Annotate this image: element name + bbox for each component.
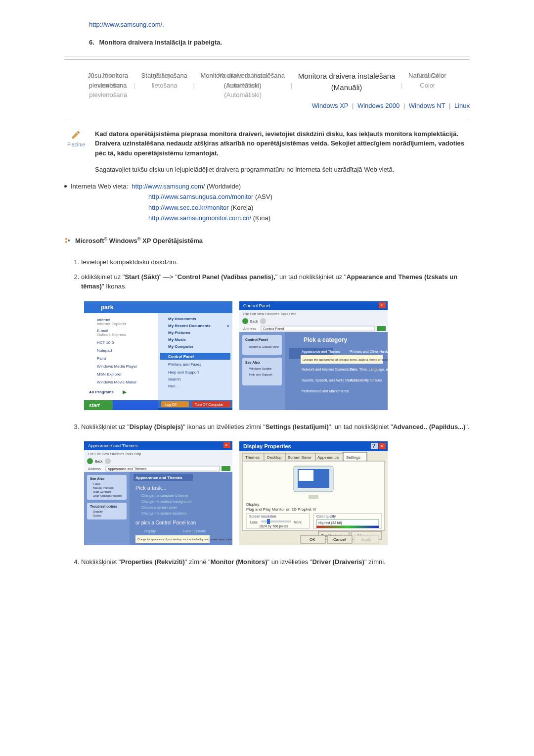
svg-text:More: More xyxy=(294,520,302,524)
svg-text:Windows Update: Windows Update xyxy=(249,367,272,370)
svg-text:Display Properties: Display Properties xyxy=(243,443,291,449)
region-china: (Ķīna) xyxy=(253,214,270,222)
link-windows-2000[interactable]: Windows 2000 xyxy=(357,102,400,109)
svg-text:or pick a Control Panel icon: or pick a Control Panel icon xyxy=(135,520,196,525)
step-text-bold: Properties (Rekvizīti) xyxy=(121,558,184,566)
screenshot-display-properties: Display Properties ? × Themes Desktop Sc… xyxy=(239,441,388,545)
svg-text:Color quality: Color quality xyxy=(316,515,336,519)
svg-text:Choose a screen saver: Choose a screen saver xyxy=(141,506,178,509)
tab-item-stand[interactable]: Statņa lietošana Statņa lietošana Statņa… xyxy=(141,71,187,81)
svg-text:Printers and Faxes: Printers and Faxes xyxy=(168,362,201,367)
step-text-bold: Monitor (Monitors) xyxy=(211,558,267,566)
svg-text:start: start xyxy=(89,403,100,408)
svg-text:Back: Back xyxy=(95,460,103,463)
dot: . xyxy=(162,21,164,28)
tab-sep: | xyxy=(189,82,198,89)
tab-item-connect[interactable]: Jūsu monitorapievienošana Jūsu monitorap… xyxy=(88,71,128,90)
sep: | xyxy=(350,102,356,109)
svg-text:User Account Pictures: User Account Pictures xyxy=(93,494,122,497)
svg-rect-140 xyxy=(261,520,291,522)
svg-text:Settings: Settings xyxy=(346,455,360,460)
tab-label-sub: (Manuāli) xyxy=(331,83,362,92)
screenshot-start-menu: park Internet Internet Explorer E-mail O… xyxy=(84,301,232,410)
web-label: Interneta Web vieta: xyxy=(71,183,128,190)
tab-item-driver-manual[interactable]: Monitora draivera instalēšana (Manuāli) xyxy=(298,71,396,93)
svg-text:Switch to Classic View: Switch to Classic View xyxy=(249,345,279,348)
link-samsung-worldwide[interactable]: http://www.samsung.com/ xyxy=(132,183,205,190)
region-usa: (ASV) xyxy=(255,193,272,200)
svg-text:Mouse Pointers: Mouse Pointers xyxy=(93,486,114,489)
tab-item-driver-auto[interactable]: Monitora draivera instalēšana(Automātisk… xyxy=(200,71,285,90)
svg-text:Network and Internet Connectio: Network and Internet Connections xyxy=(302,368,354,371)
svg-text:OK: OK xyxy=(310,537,315,542)
link-samsung-usa[interactable]: http://www.samsungusa.com/monitor xyxy=(148,193,253,200)
svg-text:Back: Back xyxy=(250,320,258,323)
sep: | xyxy=(401,102,407,109)
svg-text:Fonts: Fonts xyxy=(93,482,100,485)
step-4: Noklikšķiniet "Properties (Rekvizīti)" z… xyxy=(81,557,470,567)
region-korea: (Koreja) xyxy=(230,204,253,211)
svg-text:×: × xyxy=(380,303,383,308)
step-text-bold: Start (Sākt) xyxy=(125,273,159,281)
svg-text:Screen resolution: Screen resolution xyxy=(249,515,276,518)
svg-text:Themes: Themes xyxy=(245,455,260,460)
svg-text:Display: Display xyxy=(144,529,156,533)
svg-text:MSN Explorer: MSN Explorer xyxy=(97,372,122,377)
svg-text:Pick a category: Pick a category xyxy=(304,336,347,343)
svg-point-2 xyxy=(65,241,67,243)
svg-rect-133 xyxy=(299,470,313,481)
svg-point-47 xyxy=(242,318,248,324)
step-3: Noklikšķiniet uz "Display (Displejs)" ik… xyxy=(81,422,470,432)
step-text-bold: Settings (Iestatījumi) xyxy=(266,423,329,430)
svg-text:Log Off: Log Off xyxy=(165,403,177,407)
screenshot-appearance-themes: Appearance and Themes × File Edit View F… xyxy=(84,441,232,545)
step-text-bold: Driver (Draiveris) xyxy=(312,558,364,566)
svg-text:High Contrast: High Contrast xyxy=(93,490,111,493)
sep: | xyxy=(447,102,452,109)
note-label: Piezīme xyxy=(64,141,88,148)
svg-text:Appearance and Themes: Appearance and Themes xyxy=(108,467,147,471)
tab-sep: | xyxy=(130,82,139,89)
svg-text:My Documents: My Documents xyxy=(168,317,196,321)
svg-text:Windows Media Player: Windows Media Player xyxy=(97,364,137,369)
svg-text:Appearance: Appearance xyxy=(317,455,339,460)
svg-text:Display:: Display: xyxy=(246,502,260,507)
samsung-url-link[interactable]: http://www.samsung.com/ xyxy=(89,21,162,28)
figure-row-1: park Internet Internet Explorer E-mail O… xyxy=(84,301,470,410)
svg-point-82 xyxy=(87,458,93,464)
step-text: " ikonas un izvēlieties zīmni " xyxy=(183,423,266,430)
svg-text:Appearance and Themes: Appearance and Themes xyxy=(88,443,138,448)
link-samsung-kr[interactable]: http://www.sec.co.kr/monitor xyxy=(148,204,229,211)
tab-item-natural-color[interactable]: Natural Color Natural Color Natural Colo… xyxy=(408,71,446,81)
steps-list: Ievietojiet kompaktdisku diskdzinī. okli… xyxy=(81,257,470,291)
svg-rect-6 xyxy=(84,313,158,400)
heading-part: Windows xyxy=(107,237,137,244)
heading-part: XP Operētājsistēma xyxy=(140,237,203,244)
divider xyxy=(64,56,470,56)
link-windows-nt[interactable]: Windows NT xyxy=(409,102,445,109)
svg-text:See Also: See Also xyxy=(90,477,104,480)
divider xyxy=(64,59,470,60)
svg-text:Help and Support: Help and Support xyxy=(168,370,199,375)
svg-text:Help and Support: Help and Support xyxy=(249,373,272,376)
step-text: " un tad noklikšķiniet uz " xyxy=(275,273,347,281)
steps-list-cont: Noklikšķiniet uz "Display (Displejs)" ik… xyxy=(81,422,470,432)
bullet-icon xyxy=(64,185,67,188)
svg-point-49 xyxy=(260,318,266,324)
svg-text:Control Panel: Control Panel xyxy=(168,354,194,359)
link-samsung-cn[interactable]: http://www.samsungmonitor.com.cn/ xyxy=(148,214,251,222)
note-paragraph-2: Sagatavojiet tukšu disku un lejupielādēj… xyxy=(95,165,470,175)
svg-rect-149 xyxy=(316,526,379,528)
step-text-bold: Display (Displejs) xyxy=(130,423,183,430)
svg-text:Folder Options: Folder Options xyxy=(183,529,206,533)
svg-text:×: × xyxy=(225,443,227,448)
svg-text:Highest (32 bit): Highest (32 bit) xyxy=(318,521,342,525)
link-windows-xp[interactable]: Windows XP xyxy=(312,102,348,109)
svg-text:Change the desktop background: Change the desktop background xyxy=(141,500,191,504)
figure-row-2: Appearance and Themes × File Edit View F… xyxy=(84,441,470,545)
step-text: ". xyxy=(465,423,469,430)
pencil-icon xyxy=(71,129,82,140)
step-6: 6. Monitora draivera instalācija ir pabe… xyxy=(89,38,470,47)
step-text: " zīmni. xyxy=(364,558,386,566)
link-linux[interactable]: Linux xyxy=(454,102,470,109)
